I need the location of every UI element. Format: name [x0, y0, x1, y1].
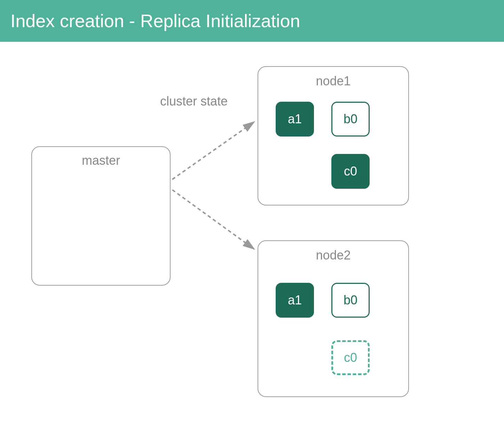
shard-label: c0	[344, 164, 357, 179]
shard-label: a1	[288, 112, 302, 126]
slide-header: Index creation - Replica Initialization	[0, 0, 504, 42]
node2-shard-b0: b0	[331, 283, 370, 318]
diagram-canvas: cluster state master node1 a1 b0 c0 node…	[0, 42, 504, 427]
shard-label: c0	[344, 350, 357, 365]
node1-label: node1	[258, 67, 408, 88]
master-label: master	[32, 147, 170, 168]
shard-label: b0	[344, 293, 357, 308]
cluster-state-label: cluster state	[160, 94, 228, 109]
node2-box: node2 a1 b0 c0	[258, 240, 409, 397]
node1-box: node1 a1 b0 c0	[258, 66, 409, 205]
master-node-box: master	[31, 146, 171, 286]
node1-shard-a1: a1	[276, 102, 314, 137]
node1-shard-c0: c0	[331, 154, 370, 189]
shard-label: a1	[288, 293, 302, 308]
node2-label: node2	[258, 241, 408, 263]
node2-shard-a1: a1	[276, 283, 314, 318]
svg-line-1	[172, 190, 254, 249]
node1-shard-b0: b0	[331, 102, 370, 137]
shard-label: b0	[344, 112, 357, 126]
svg-line-0	[172, 122, 254, 179]
slide-title: Index creation - Replica Initialization	[10, 10, 300, 31]
node2-shard-c0-replica-initializing: c0	[331, 340, 370, 375]
